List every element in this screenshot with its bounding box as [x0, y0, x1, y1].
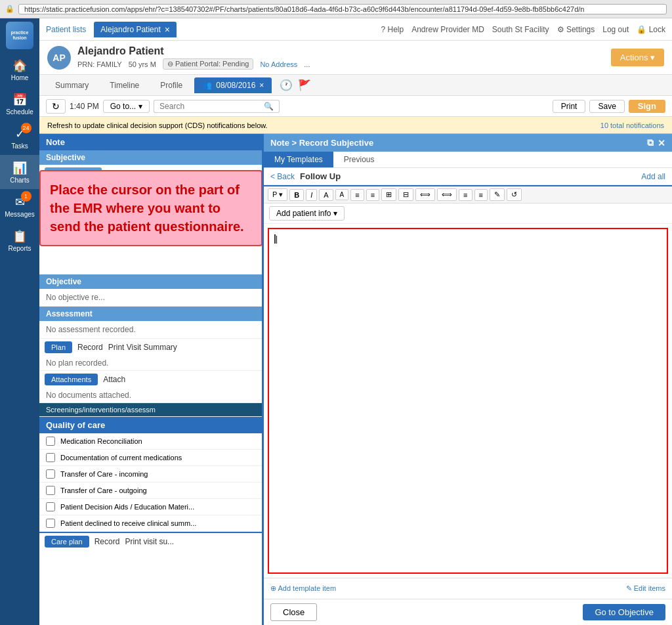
quality-check-4[interactable]: [46, 502, 55, 511]
editor-outdent-btn[interactable]: ⊟: [398, 188, 413, 201]
tab-my-templates[interactable]: My Templates: [264, 152, 333, 167]
pf-logo[interactable]: practicefusion: [0, 18, 39, 53]
editor-undo-btn[interactable]: ↺: [507, 188, 522, 201]
care-plan-tab[interactable]: Care plan: [45, 536, 89, 548]
editor-justify-btn[interactable]: ≡: [474, 189, 488, 201]
assessment-header: Assessment: [39, 307, 262, 321]
editor-align-left-btn[interactable]: ⟺: [415, 188, 435, 201]
edit-items-btn[interactable]: ✎ Edit items: [626, 584, 665, 593]
goto-button[interactable]: Go to... ▾: [103, 100, 150, 113]
minimize-icon[interactable]: ⧉: [647, 137, 654, 148]
editor-highlight-btn[interactable]: ✎: [490, 188, 505, 201]
editor-body[interactable]: |: [268, 228, 668, 574]
logout-link[interactable]: Log out: [602, 25, 629, 34]
tab-profile[interactable]: Profile: [151, 77, 192, 93]
quality-check-5[interactable]: [46, 519, 55, 528]
editor-bold-btn[interactable]: B: [289, 189, 304, 201]
quality-item-3: Transfer of Care - outgoing: [39, 483, 262, 499]
close-encounter-tab-icon[interactable]: ×: [259, 81, 264, 90]
sign-button[interactable]: Sign: [629, 100, 665, 113]
patient-name: Alejandro Patient: [77, 45, 310, 57]
quality-item-1: Documentation of current medications: [39, 450, 262, 466]
patient-more-icon[interactable]: ...: [304, 60, 310, 68]
lock-btn[interactable]: 🔒 Lock: [637, 25, 665, 34]
editor-italic-btn[interactable]: I: [306, 189, 317, 201]
template-panel-title: Note > Record Subjective: [270, 138, 373, 148]
sidebar-label-schedule: Schedule: [6, 108, 33, 116]
save-button[interactable]: Save: [589, 100, 624, 113]
editor-para-btn[interactable]: P ▾: [268, 188, 287, 201]
care-plan-section: Care plan Record Print visit su...: [39, 532, 262, 550]
provider-name: Andrew Provider MD: [411, 25, 484, 34]
plan-tab[interactable]: Plan: [45, 341, 72, 353]
editor-font-size-up-btn[interactable]: A: [319, 189, 333, 201]
plan-record-link[interactable]: Record: [77, 343, 103, 352]
facility-name[interactable]: South St Facility: [492, 25, 549, 34]
tab-previous[interactable]: Previous: [333, 152, 385, 167]
patient-lists-link[interactable]: Patient lists: [46, 25, 86, 34]
search-input[interactable]: [154, 100, 259, 113]
quality-check-0[interactable]: [46, 437, 55, 446]
objective-section: Objective No objective re...: [39, 274, 262, 307]
notification-message: Refresh to update clinical decision supp…: [47, 121, 268, 129]
sidebar-item-reports[interactable]: 📋 Reports: [0, 223, 39, 257]
tab-timeline[interactable]: Timeline: [100, 77, 148, 93]
sidebar-item-tasks[interactable]: ✓ 24 Tasks: [0, 121, 39, 155]
settings-link[interactable]: ⚙ Settings: [557, 25, 595, 34]
attachments-tab[interactable]: Attachments: [45, 374, 98, 385]
patient-portal-badge[interactable]: ⊖ Patient Portal: Pending: [163, 58, 254, 70]
add-all-btn[interactable]: Add all: [641, 172, 665, 181]
note-panel: Note Subjective Edit subjective Place th: [39, 134, 264, 625]
patient-details-row: PRN: FAMILY 50 yrs M ⊖ Patient Portal: P…: [77, 58, 310, 70]
tab-encounter-date[interactable]: 👥 08/08/2016 ×: [194, 77, 272, 93]
editor-align-center-btn[interactable]: ⟺: [437, 188, 457, 201]
editor-list-ul-btn[interactable]: ≡: [350, 189, 364, 201]
objective-label: Objective: [46, 277, 81, 286]
quality-section: Quality of care Medication Reconciliatio…: [39, 417, 262, 532]
add-patient-info-btn[interactable]: Add patient info ▾: [269, 206, 345, 221]
top-nav-bar: Patient lists Alejandro Patient × ? Help…: [39, 18, 672, 41]
care-plan-print-link[interactable]: Print visit su...: [125, 537, 174, 546]
sidebar-item-schedule[interactable]: 📅 Schedule: [0, 87, 39, 121]
tab-summary[interactable]: Summary: [46, 77, 98, 93]
close-patient-tab-icon[interactable]: ×: [165, 24, 170, 35]
quality-check-2[interactable]: [46, 469, 55, 479]
sidebar-label-messages: Messages: [5, 211, 35, 218]
sidebar-label-charts: Charts: [10, 177, 29, 184]
search-button[interactable]: 🔍: [259, 100, 280, 113]
template-back-btn[interactable]: < Back: [270, 172, 295, 181]
patient-info-section: AP Alejandro Patient PRN: FAMILY 50 yrs …: [47, 45, 310, 70]
editor-list-ol-btn[interactable]: ≡: [366, 189, 379, 201]
attach-link[interactable]: Attach: [103, 375, 125, 384]
tab-bar: Summary Timeline Profile 👥 08/08/2016 × …: [39, 75, 672, 96]
editor-indent-btn[interactable]: ⊞: [381, 188, 396, 201]
quality-check-3[interactable]: [46, 486, 55, 495]
quality-item-0: Medication Reconciliation: [39, 433, 262, 450]
close-template-icon[interactable]: ✕: [658, 138, 665, 148]
refresh-button[interactable]: ↻: [46, 99, 66, 114]
editor-align-right-btn[interactable]: ≡: [459, 189, 472, 201]
quality-check-1[interactable]: [46, 453, 55, 462]
flag-icon[interactable]: 🚩: [298, 79, 311, 91]
print-button[interactable]: Print: [553, 100, 586, 113]
patient-address[interactable]: No Address: [260, 60, 297, 68]
editor-container: P ▾ B I A A ≡ ≡ ⊞ ⊟ ⟺ ⟺ ≡ ≡: [264, 186, 672, 578]
search-container: 🔍: [154, 100, 280, 113]
sidebar-item-charts[interactable]: 📊 Charts: [0, 155, 39, 189]
notification-count[interactable]: 10 total notifications: [600, 121, 664, 129]
editor-font-size-down-btn[interactable]: A: [335, 189, 349, 200]
actions-button[interactable]: Actions ▾: [611, 49, 664, 66]
help-link[interactable]: ? Help: [381, 25, 404, 34]
sidebar-item-messages[interactable]: ✉ 1 Messages: [0, 189, 39, 223]
plan-print-link[interactable]: Print Visit Summary: [108, 343, 177, 352]
sidebar: practicefusion 🏠 Home 📅 Schedule ✓ 24 Ta…: [0, 18, 39, 625]
screenings-header: Screenings/interventions/assessm: [39, 403, 262, 416]
browser-bar: 🔒 https://static.practicefusion.com/apps…: [0, 0, 672, 18]
close-editor-button[interactable]: Close: [270, 603, 317, 621]
history-icon[interactable]: 🕐: [280, 79, 293, 91]
add-template-item-btn[interactable]: ⊕ Add template item: [270, 584, 336, 593]
care-plan-record-link[interactable]: Record: [94, 537, 120, 546]
go-to-objective-button[interactable]: Go to Objective: [583, 604, 665, 620]
screenings-section: Screenings/interventions/assessm: [39, 403, 262, 417]
sidebar-item-home[interactable]: 🏠 Home: [0, 53, 39, 87]
